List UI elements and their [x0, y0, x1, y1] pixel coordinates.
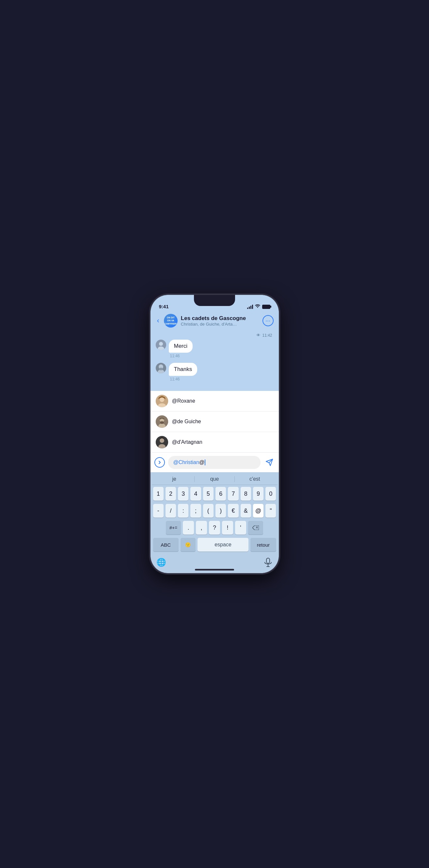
read-receipt: 👁 11:42 [156, 332, 274, 340]
message-text-thanks: Thanks [174, 366, 192, 372]
key-9[interactable]: 9 [253, 487, 264, 501]
key-period[interactable]: . [183, 521, 194, 534]
dots-icon: ··· [266, 317, 270, 324]
key-row-numbers: 1 2 3 4 5 6 7 8 9 0 [153, 487, 276, 501]
chat-subtitle: Christian, de Guiche, d'Arta… [181, 322, 259, 327]
messages-area: 👁 11:42 Merci [151, 331, 279, 391]
mention-name-guiche: @de Guiche [172, 418, 201, 425]
battery-icon [262, 305, 270, 309]
mention-avatar-roxane [156, 395, 168, 407]
message-bubble-thanks: Thanks [169, 363, 197, 376]
keyboard-suggestions: je que c'est [152, 475, 277, 485]
status-icons [247, 304, 270, 309]
svg-point-1 [159, 342, 163, 346]
key-dash[interactable]: - [153, 504, 163, 518]
key-euro[interactable]: € [228, 504, 238, 518]
keyboard-rows: 1 2 3 4 5 6 7 8 9 0 - / [152, 487, 277, 552]
input-at-symbol: @ [199, 460, 204, 465]
input-mention-text: @Christian [173, 460, 199, 465]
header-info: Les cadets de Gascogne Christian, de Gui… [181, 315, 259, 327]
key-0[interactable]: 0 [266, 487, 276, 501]
key-slash[interactable]: / [165, 504, 176, 518]
key-lparen[interactable]: ( [203, 504, 214, 518]
key-question[interactable]: ? [209, 521, 220, 534]
suggestion-je[interactable]: je [154, 476, 194, 482]
key-quote[interactable]: " [266, 504, 276, 518]
eye-icon: 👁 [256, 333, 261, 338]
key-abc[interactable]: ABC [153, 538, 179, 552]
key-hashplus[interactable]: #+= [166, 521, 181, 534]
key-1[interactable]: 1 [153, 487, 163, 501]
mic-button[interactable] [261, 556, 275, 569]
header-menu-button[interactable]: ··· [263, 315, 274, 326]
globe-button[interactable]: 🌐 [154, 556, 168, 569]
message-content-thanks: Thanks 11:46 [169, 363, 197, 381]
message-time-merci: 11:46 [169, 354, 193, 358]
key-at[interactable]: @ [253, 504, 264, 518]
message-text-merci: Merci [174, 343, 188, 349]
key-rparen[interactable]: ) [215, 504, 226, 518]
key-space[interactable]: espace [197, 538, 249, 552]
send-button[interactable] [264, 457, 275, 468]
key-emoji[interactable]: 🙂 [181, 538, 195, 552]
input-area: @Christian @ [151, 452, 279, 472]
avatar-user2 [156, 363, 166, 373]
message-group-merci: Merci 11:46 [156, 340, 274, 358]
mention-item-guiche[interactable]: @de Guiche [151, 411, 279, 432]
chat-header: ‹ ON DITON VACHIFFRER! Les cadets de Gas… [151, 311, 279, 331]
keyboard: je que c'est 1 2 3 4 5 6 7 [151, 472, 279, 573]
svg-point-13 [160, 421, 164, 424]
key-5[interactable]: 5 [203, 487, 214, 501]
mention-item-artagnan[interactable]: @d'Artagnan [151, 432, 279, 452]
message-time-thanks: 11:46 [169, 377, 197, 381]
message-input[interactable]: @Christian @ [168, 456, 261, 469]
key-7[interactable]: 7 [228, 487, 238, 501]
key-semicolon[interactable]: ; [190, 504, 201, 518]
suggestion-cest[interactable]: c'est [235, 476, 275, 482]
read-time: 11:42 [262, 333, 272, 338]
key-exclaim[interactable]: ! [222, 521, 233, 534]
status-time: 9:41 [159, 304, 169, 309]
globe-icon: 🌐 [156, 558, 166, 567]
svg-rect-17 [267, 558, 270, 563]
group-avatar-text: ON DITON VACHIFFRER! [164, 316, 177, 325]
svg-point-6 [159, 368, 163, 370]
svg-point-8 [160, 397, 164, 402]
expand-button[interactable] [154, 457, 165, 468]
key-3[interactable]: 3 [178, 487, 188, 501]
message-group-thanks: Thanks 11:46 [156, 363, 274, 381]
home-indicator [195, 569, 234, 570]
mention-name-artagnan: @d'Artagnan [172, 439, 203, 445]
key-colon[interactable]: : [178, 504, 188, 518]
key-row-symbols: - / : ; ( ) € & @ " [153, 504, 276, 518]
back-button[interactable]: ‹ [156, 315, 161, 326]
wifi-icon [255, 304, 260, 309]
key-return[interactable]: retour [250, 538, 276, 552]
mention-item-roxane[interactable]: @Roxane [151, 391, 279, 411]
key-apostrophe[interactable]: ' [235, 521, 246, 534]
mention-avatar-guiche [156, 415, 168, 428]
key-backspace[interactable] [248, 521, 263, 534]
key-comma[interactable]: , [196, 521, 207, 534]
message-content-merci: Merci 11:46 [169, 340, 193, 358]
key-8[interactable]: 8 [241, 487, 251, 501]
key-row-bottom: ABC 🙂 espace retour [153, 538, 276, 552]
chat-title: Les cadets de Gascogne [181, 315, 259, 322]
key-4[interactable]: 4 [190, 487, 201, 501]
emoji-icon: 🙂 [185, 542, 191, 547]
suggestion-que[interactable]: que [194, 476, 235, 482]
signal-icon [247, 304, 253, 309]
key-6[interactable]: 6 [215, 487, 226, 501]
mention-name-roxane: @Roxane [172, 398, 195, 404]
text-cursor [205, 460, 205, 465]
group-avatar: ON DITON VACHIFFRER! [164, 314, 178, 328]
avatar-user1 [156, 340, 166, 350]
key-ampersand[interactable]: & [241, 504, 251, 518]
mention-avatar-artagnan [156, 436, 168, 448]
key-2[interactable]: 2 [165, 487, 176, 501]
message-bubble-merci: Merci [169, 340, 193, 353]
svg-point-15 [160, 438, 164, 443]
mention-suggestions: @Roxane @ [151, 391, 279, 452]
key-row-misc: #+= . , ? ! ' [153, 521, 276, 534]
